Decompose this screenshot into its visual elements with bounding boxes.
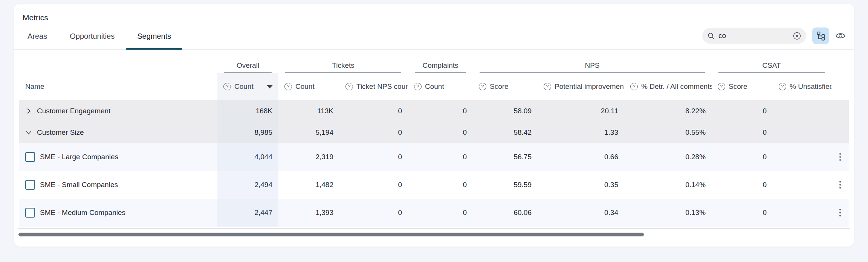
row-menu-button[interactable] xyxy=(837,151,843,163)
col-header-pct-detr-all-comments[interactable]: ?% Detr. / All comments xyxy=(624,73,712,100)
table-row-sme-large[interactable]: SME - Large Companies 4,044 2,319 0 0 56… xyxy=(19,143,849,171)
row-menu-button[interactable] xyxy=(837,207,843,219)
cell-pct-unsatisfied xyxy=(773,171,831,199)
cell-csat-score: 0 xyxy=(712,199,773,227)
page-title: Metrics xyxy=(14,4,854,22)
horizontal-scrollbar xyxy=(18,228,850,236)
column-group-row: Overall Tickets Complaints NPS CSAT xyxy=(19,50,849,73)
toolbar: co xyxy=(702,27,846,49)
tabs-toolbar-row: Areas Opportunities Segments co xyxy=(14,23,854,50)
help-icon[interactable]: ? xyxy=(718,83,725,90)
cell-overall-count: 2,494 xyxy=(217,171,278,199)
cell-nps-score: 56.75 xyxy=(473,143,538,171)
col-header-overall-count[interactable]: ? Count xyxy=(217,73,278,100)
tabs: Areas Opportunities Segments xyxy=(16,32,182,49)
tab-opportunities[interactable]: Opportunities xyxy=(58,32,126,49)
col-header-nps-score[interactable]: ?Score xyxy=(473,73,538,100)
cell-tickets-count: 2,319 xyxy=(278,143,339,171)
cell-pct-detr: 0.13% xyxy=(624,199,712,227)
row-checkbox[interactable] xyxy=(25,152,35,162)
cell-complaints-count: 0 xyxy=(408,122,473,143)
cell-pct-unsatisfied xyxy=(773,143,831,171)
col-header-name[interactable]: Name xyxy=(19,73,217,100)
search-input[interactable]: co xyxy=(718,32,789,40)
cell-complaints-count: 0 xyxy=(408,171,473,199)
chevron-down-icon[interactable] xyxy=(24,129,33,136)
cell-pct-detr: 0.55% xyxy=(624,122,712,143)
group-overall: Overall xyxy=(217,50,278,73)
group-csat: CSAT xyxy=(712,50,831,73)
row-name: Customer Engagement xyxy=(37,107,110,115)
tab-areas[interactable]: Areas xyxy=(16,32,58,49)
chevron-right-icon[interactable] xyxy=(24,107,33,115)
col-header-tickets-count[interactable]: ?Count xyxy=(278,73,339,100)
col-header-ticket-nps-count[interactable]: ?Ticket NPS count xyxy=(339,73,408,100)
help-icon[interactable]: ? xyxy=(284,83,292,90)
help-icon[interactable]: ? xyxy=(414,83,422,90)
row-checkbox[interactable] xyxy=(25,208,35,218)
cell-pct-unsatisfied xyxy=(773,199,831,227)
eye-icon xyxy=(835,32,846,40)
scrollbar-track[interactable] xyxy=(18,228,850,229)
cell-potential-improvement: 0.34 xyxy=(538,199,624,227)
tab-segments[interactable]: Segments xyxy=(126,32,182,49)
row-name: SME - Large Companies xyxy=(40,153,118,161)
table-row-sme-medium[interactable]: SME - Medium Companies 2,447 1,393 0 0 6… xyxy=(19,199,849,227)
table-row-customer-size[interactable]: Customer Size 8,985 5,194 0 0 58.42 1.33… xyxy=(19,122,849,143)
row-menu-button[interactable] xyxy=(837,179,843,191)
cell-overall-count: 4,044 xyxy=(217,143,278,171)
cell-overall-count: 8,985 xyxy=(217,122,278,143)
cell-ticket-nps-count: 0 xyxy=(339,199,408,227)
cell-potential-improvement: 1.33 xyxy=(538,122,624,143)
col-header-csat-score[interactable]: ?Score xyxy=(712,73,773,100)
search-box[interactable]: co xyxy=(702,28,806,44)
row-checkbox[interactable] xyxy=(25,180,35,190)
cell-ticket-nps-count: 0 xyxy=(339,171,408,199)
group-nps: NPS xyxy=(473,50,712,73)
table-row-customer-engagement[interactable]: Customer Engagement 168K 113K 0 0 58.09 … xyxy=(19,100,849,122)
metrics-card: Metrics Areas Opportunities Segments co xyxy=(14,4,854,247)
clear-search-icon[interactable] xyxy=(793,32,801,40)
help-icon[interactable]: ? xyxy=(630,83,638,90)
tree-view-icon xyxy=(816,31,826,41)
cell-complaints-count: 0 xyxy=(408,199,473,227)
cell-potential-improvement: 0.66 xyxy=(538,143,624,171)
help-icon[interactable]: ? xyxy=(223,83,231,90)
cell-csat-score: 0 xyxy=(712,143,773,171)
col-header-potential-improvement[interactable]: ?Potential improvement xyxy=(538,73,624,100)
group-tickets: Tickets xyxy=(278,50,408,73)
cell-pct-detr: 8.22% xyxy=(624,100,712,122)
cell-complaints-count: 0 xyxy=(408,143,473,171)
cell-nps-score: 59.59 xyxy=(473,171,538,199)
cell-potential-improvement: 20.11 xyxy=(538,100,624,122)
cell-overall-count: 2,447 xyxy=(217,199,278,227)
segments-table: Overall Tickets Complaints NPS CSAT Name… xyxy=(19,50,849,227)
cell-pct-detr: 0.28% xyxy=(624,143,712,171)
cell-tickets-count: 5,194 xyxy=(278,122,339,143)
cell-ticket-nps-count: 0 xyxy=(339,100,408,122)
cell-csat-score: 0 xyxy=(712,171,773,199)
help-icon[interactable]: ? xyxy=(544,83,551,90)
visibility-button[interactable] xyxy=(835,32,846,40)
row-name: SME - Medium Companies xyxy=(40,209,125,217)
help-icon[interactable]: ? xyxy=(779,83,786,90)
cell-nps-score: 58.09 xyxy=(473,100,538,122)
cell-csat-score: 0 xyxy=(712,122,773,143)
cell-tickets-count: 113K xyxy=(278,100,339,122)
cell-csat-score: 0 xyxy=(712,100,773,122)
table-row-sme-small[interactable]: SME - Small Companies 2,494 1,482 0 0 59… xyxy=(19,171,849,199)
tree-view-button[interactable] xyxy=(812,27,829,44)
sort-desc-icon[interactable] xyxy=(267,85,273,88)
scrollbar-thumb[interactable] xyxy=(18,233,644,236)
group-complaints: Complaints xyxy=(408,50,473,73)
cell-tickets-count: 1,482 xyxy=(278,171,339,199)
cell-potential-improvement: 0.35 xyxy=(538,171,624,199)
cell-pct-unsatisfied xyxy=(773,100,831,122)
help-icon[interactable]: ? xyxy=(479,83,486,90)
column-header-row: Name ? Count ?Count ?Ticket NPS count xyxy=(19,73,849,100)
help-icon[interactable]: ? xyxy=(345,83,353,90)
col-header-complaints-count[interactable]: ?Count xyxy=(408,73,473,100)
col-header-pct-unsatisfied[interactable]: ?% Unsatisfied xyxy=(773,73,831,100)
row-name: Customer Size xyxy=(37,128,84,137)
row-name: SME - Small Companies xyxy=(40,181,118,189)
